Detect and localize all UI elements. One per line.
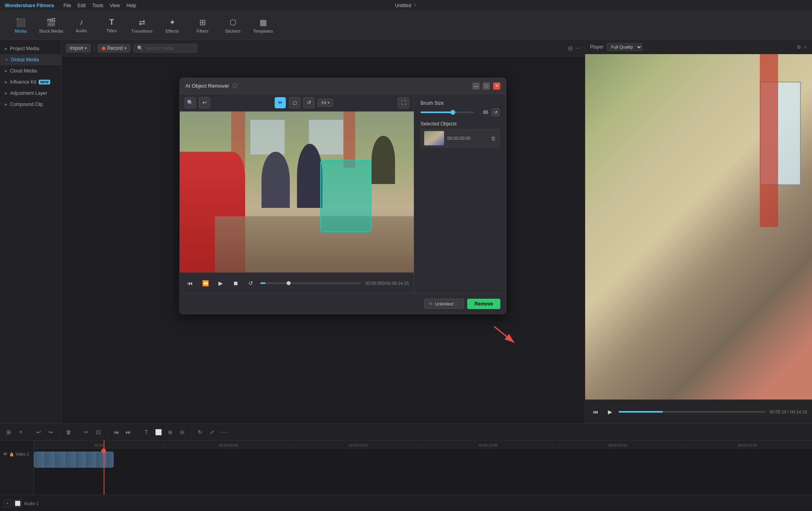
selected-objects-list: 00:00:00:00 🗑 — [421, 129, 499, 147]
toolbar-titles[interactable]: T Titles — [97, 13, 126, 38]
toolbar-media[interactable]: ⬛ Media — [6, 13, 35, 38]
player-play-button[interactable]: ▶ — [604, 406, 615, 417]
new-badge: NEW — [39, 80, 50, 84]
dialog-maximize-button[interactable]: □ — [483, 82, 490, 90]
timeline-magnet-button[interactable]: ⌖ — [16, 427, 26, 437]
dialog-loop-button[interactable]: ↺ — [245, 278, 256, 289]
timeline-undo-button[interactable]: ↩ — [34, 427, 43, 437]
transitions-icon: ⇄ — [139, 18, 145, 27]
object-delete-button[interactable]: 🗑 — [491, 135, 496, 141]
timeline-redo-button[interactable]: ↪ — [46, 427, 55, 437]
timeline-rotation-button[interactable]: ↻ — [195, 427, 205, 437]
timeline-zoom-out-button[interactable]: ⊖ — [177, 427, 187, 437]
sidebar-item-adjustment-layer[interactable]: ▶ Adjustment Layer — [0, 88, 61, 99]
filter-icon[interactable]: ⊟ — [568, 45, 573, 51]
quality-select[interactable]: Full Quality 1/2 Quality 1/4 Quality — [607, 43, 643, 51]
menu-view[interactable]: View — [110, 3, 120, 8]
track-eye-icon[interactable]: 👁 — [3, 452, 8, 456]
clip-thumbnail — [34, 452, 113, 467]
classroom-scene-bg — [180, 112, 414, 272]
toolbar-templates[interactable]: ▦ Templates — [249, 13, 277, 38]
dialog-play-button[interactable]: ▶ — [215, 278, 226, 289]
sidebar-item-cloud-media[interactable]: ▶ Cloud Media — [0, 65, 61, 76]
sidebar-item-global-media[interactable]: ▼ Global Media — [0, 54, 61, 65]
more-options-icon[interactable]: ⋯ — [575, 45, 581, 51]
timeline-add-track-button[interactable]: ⊞ — [4, 427, 14, 437]
timeline-tracks: 👁 🔒 Video 1 00:00 00:00:05:00 00:00:10:0… — [0, 441, 812, 495]
player-label: Player — [590, 44, 604, 50]
timeline-crop-button[interactable]: ⊡ — [94, 427, 103, 437]
timeline-text-button[interactable]: T — [142, 427, 151, 437]
content-toolbar: Import ▾ ⬤ Record ▾ 🔍 Search media ⊟ ⋯ — [62, 40, 585, 57]
brush-size-row: 86 ↺ — [421, 108, 499, 116]
player-minimize-icon[interactable]: ⧉ — [797, 44, 801, 50]
record-button[interactable]: ⬤ Record ▾ — [98, 44, 130, 53]
menu-edit[interactable]: Edit — [77, 3, 86, 8]
dialog-info-icon[interactable]: ⓘ — [232, 82, 238, 90]
effects-icon: ✦ — [169, 18, 176, 27]
toolbar-transitions[interactable]: ⇄ Transitions — [128, 13, 156, 38]
eraser-tool-button[interactable]: ◻ — [289, 97, 300, 108]
remove-button[interactable]: Remove — [467, 299, 500, 309]
timeline-prev-frame-button[interactable]: ⏮ — [112, 427, 121, 437]
player-video — [585, 54, 812, 399]
fullscreen-button[interactable]: ⛶ — [398, 97, 409, 108]
menu-tools[interactable]: Tools — [92, 3, 103, 8]
timeline-zoom-in-button[interactable]: ⊕ — [165, 427, 175, 437]
toolbar-stock-media[interactable]: 🎬 Stock Media — [37, 13, 65, 38]
timeline-next-frame-button[interactable]: ⏭ — [124, 427, 133, 437]
stock-media-icon: 🎬 — [46, 18, 56, 27]
brush-size-section: Brush Size 86 ↺ — [421, 100, 499, 116]
dialog-playbar: ⏮ ⏪ ▶ ⏹ ↺ 00:00:000/00:00:14:15 — [180, 272, 414, 293]
dialog-progress-bar[interactable] — [260, 282, 361, 284]
dialog-step-back-button[interactable]: ⏪ — [200, 278, 211, 289]
search-media-input[interactable]: 🔍 Search media — [134, 44, 197, 53]
zoom-in-button[interactable]: 🔍 — [185, 97, 196, 108]
timeline-ruler: 00:00 00:00:05:00 00:00:10:00 00:00:15:0… — [34, 441, 812, 448]
dialog-close-button[interactable]: ✕ — [493, 82, 500, 90]
sidebar-item-project-media[interactable]: ▶ Project Media — [0, 43, 61, 54]
add-video-track-button[interactable]: + — [3, 499, 11, 507]
dialog-minimize-button[interactable]: — — [472, 82, 480, 90]
object-item-0[interactable]: 00:00:00:00 🗑 — [421, 129, 499, 147]
player-expand-icon[interactable]: ⤢ — [803, 44, 807, 50]
brush-size-slider[interactable] — [421, 112, 474, 113]
timeline-delete-button[interactable]: 🗑 — [64, 427, 73, 437]
audio-icon: ♪ — [79, 18, 83, 27]
main-toolbar: ⬛ Media 🎬 Stock Media ♪ Audio T Titles ⇄… — [0, 11, 812, 40]
object-thumbnail — [424, 131, 444, 145]
undo-button[interactable]: ↩ — [199, 97, 210, 108]
toolbar-effects[interactable]: ✦ Effects — [158, 13, 187, 38]
timeline-more-button[interactable]: ⋯ — [219, 427, 229, 437]
dialog-skip-back-button[interactable]: ⏮ — [185, 278, 196, 289]
player-prev-button[interactable]: ⏮ — [590, 406, 601, 417]
timeline-cut-button[interactable]: ✂ — [82, 427, 91, 437]
timeline-mask-button[interactable]: ⬜ — [153, 427, 163, 437]
video-clip[interactable] — [34, 452, 114, 468]
player-controls: ⏮ ▶ 00:05:19 / 00:14:16 — [585, 399, 812, 423]
app-logo: Wondershare Filmora — [5, 3, 54, 8]
timeline-toolbar: ⊞ ⌖ ↩ ↪ 🗑 ✂ ⊡ ⏮ ⏭ T ⬜ ⊕ ⊖ ↻ ⤢ ⋯ — [0, 424, 812, 441]
import-button[interactable]: Import ▾ — [66, 44, 91, 53]
timeline-expand-button[interactable]: ⤢ — [207, 427, 217, 437]
sidebar-item-influence-kit[interactable]: ▶ Influence Kit NEW — [0, 76, 61, 88]
brush-tool-button[interactable]: ✏ — [275, 97, 286, 108]
toolbar-filters[interactable]: ⊞ Filters — [188, 13, 217, 38]
track-content: 00:00 00:00:05:00 00:00:10:00 00:00:15:0… — [34, 441, 812, 495]
menu-help[interactable]: Help — [126, 3, 136, 8]
playhead-marker[interactable] — [101, 448, 106, 453]
reset-tool-button[interactable]: ↺ — [303, 97, 315, 108]
dialog-stop-button[interactable]: ⏹ — [230, 278, 241, 289]
sidebar-item-compound-clip[interactable]: ▶ Compound Clip — [0, 99, 61, 110]
dialog-body: 🔍 ↩ ✏ ◻ ↺ Fit ▾ ⛶ — [180, 94, 506, 293]
add-track-type-button[interactable]: ⬜ — [14, 499, 22, 507]
player-progress-bar[interactable] — [619, 411, 766, 413]
fit-dropdown-button[interactable]: Fit ▾ — [318, 99, 333, 107]
menu-file[interactable]: File — [63, 3, 71, 8]
track-lock-icon[interactable]: 🔒 — [9, 452, 14, 456]
brush-size-value: 86 — [477, 110, 488, 115]
dialog-canvas[interactable] — [180, 112, 414, 272]
toolbar-stickers[interactable]: ⬡ Stickers — [218, 13, 247, 38]
toolbar-audio[interactable]: ♪ Audio — [67, 13, 96, 38]
brush-reset-button[interactable]: ↺ — [492, 108, 499, 116]
